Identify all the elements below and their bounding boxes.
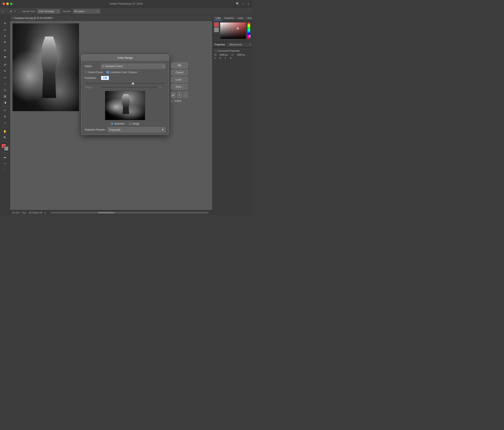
magic-wand-tool[interactable]: ⚒ <box>2 39 8 45</box>
ok-button[interactable]: OK <box>171 63 188 68</box>
type-tool[interactable]: T <box>2 114 8 120</box>
invert-checkbox[interactable] <box>171 100 174 102</box>
gradient-tool[interactable]: ▤ <box>2 93 8 99</box>
image-radio-item[interactable]: Image <box>129 122 139 125</box>
y-value: 0 <box>230 57 231 59</box>
close-button[interactable] <box>2 2 5 5</box>
lasso-tool[interactable]: ↻ <box>2 33 8 39</box>
move-tool[interactable]: ✛ <box>2 20 8 26</box>
marquee-tool[interactable]: ▭ <box>2 27 8 33</box>
color-gradient[interactable] <box>220 22 246 39</box>
eyedroppers-row: 🖌 + − <box>171 92 188 98</box>
selection-radio-item[interactable]: Selection <box>111 122 125 125</box>
selection-preview-dropdown[interactable]: Grayscale ▼ <box>108 127 165 132</box>
tab-bar: ✕ changing-color.jpg @ 33.3% (RGB/8) * <box>10 15 212 21</box>
save-button[interactable]: Save... <box>171 84 188 89</box>
radio-row: Selection Image <box>85 122 165 125</box>
minimize-button[interactable] <box>6 2 9 5</box>
title-bar-right: 🔍 □ ⇧ <box>236 2 250 5</box>
tool-separator-2 <box>2 61 8 61</box>
hand-tool[interactable]: ✋ <box>2 128 8 134</box>
color-picker-area <box>214 22 250 39</box>
localized-clusters-checkbox[interactable] <box>107 71 109 74</box>
y-label: Y: <box>225 57 229 59</box>
props-menu-icon[interactable]: ≡ <box>248 42 252 47</box>
more-tools[interactable]: … <box>4 167 6 170</box>
zoom-level: 33.33% <box>12 211 20 214</box>
share-icon[interactable]: ⇧ <box>247 2 250 5</box>
tool-separator-5 <box>2 141 8 142</box>
foreground-color-swatch[interactable] <box>214 22 219 27</box>
scroll-thumb[interactable] <box>98 212 115 213</box>
brush-tool[interactable]: ✎ <box>2 68 8 74</box>
selection-preview-value: Grayscale <box>109 128 120 131</box>
maximize-button[interactable] <box>10 2 13 5</box>
fuzziness-slider-thumb[interactable] <box>132 82 135 84</box>
cancel-button[interactable]: Cancel <box>171 70 188 75</box>
eyedropper-tool[interactable]: 🕳 <box>2 54 8 60</box>
sample-arrow: ▼ <box>97 10 99 12</box>
layout-icon[interactable]: □ <box>242 2 244 5</box>
healing-tool[interactable]: ☍ <box>2 62 8 68</box>
detect-faces-checkbox[interactable] <box>85 71 87 74</box>
current-tool-icon[interactable]: ✐ <box>10 10 12 13</box>
image-radio[interactable] <box>129 123 131 125</box>
screen-mode[interactable]: ▭ <box>2 160 8 166</box>
fuzziness-slider-track[interactable] <box>85 83 165 84</box>
tab-close-button[interactable]: ✕ <box>12 17 13 19</box>
zoom-tool[interactable]: 🔍 <box>2 135 8 140</box>
tab-swatches[interactable]: Swatches <box>223 16 236 20</box>
background-color[interactable] <box>4 146 9 151</box>
color-picker-area[interactable] <box>1 144 9 151</box>
background-color-swatch[interactable] <box>214 27 219 32</box>
history-brush-tool[interactable]: ⎌ <box>2 81 8 87</box>
select-dropdown[interactable]: ✏ Sampled Colors ▼ <box>101 64 165 69</box>
select-label: Select: <box>85 65 99 68</box>
tab-learn[interactable]: Learn <box>236 16 245 20</box>
selection-radio[interactable] <box>111 123 113 125</box>
sample-size-arrow: ▼ <box>57 10 59 12</box>
tab-color[interactable]: Color <box>214 16 223 20</box>
eyedropper-add-button[interactable]: + <box>177 92 181 98</box>
selection-preview-row: Selection Preview: Grayscale ▼ <box>85 127 165 132</box>
properties-adjustments-tabs: Properties Adjustments ≡ <box>213 42 252 47</box>
sample-size-dropdown[interactable]: 3 by 3 Average ▼ <box>37 9 60 14</box>
quick-mask-toggle[interactable]: ▬ <box>2 154 8 160</box>
horizontal-scrollbar[interactable] <box>50 212 208 213</box>
properties-section: ◯ Document Properties W: 4000 px H: 6000… <box>213 47 252 62</box>
fuzziness-slider-container <box>85 82 165 84</box>
sample-dropdown[interactable]: All Layers ▼ <box>73 9 100 14</box>
window-controls[interactable] <box>2 2 13 5</box>
selection-preview-arrow: ▼ <box>162 128 164 131</box>
eraser-tool[interactable]: ◻ <box>2 87 8 93</box>
crop-tool[interactable]: ⎘ <box>2 47 8 53</box>
range-track[interactable] <box>101 87 157 88</box>
hue-strip[interactable] <box>247 22 250 39</box>
clone-tool[interactable]: ▭ <box>2 74 8 80</box>
fuzziness-row: Fuzziness: 130 <box>85 76 165 80</box>
doc-size: 68.7M/68.7M <box>29 211 42 214</box>
tool-arrow[interactable]: ▼ <box>14 10 16 12</box>
tab-adjustments[interactable]: Adjustments <box>227 42 244 47</box>
sidebar-collapse[interactable]: ⋮ <box>2 16 8 20</box>
eyedropper-sample-button[interactable]: 🖌 <box>171 92 175 98</box>
search-icon[interactable]: 🔍 <box>236 2 239 5</box>
preview-smoke-2 <box>115 104 145 120</box>
selection-shape-tool[interactable]: □ <box>2 120 8 126</box>
home-button[interactable]: ⌂ <box>2 9 4 13</box>
doc-icon: ◯ <box>214 49 217 52</box>
canvas-container[interactable]: Color Range Select: ✏ Sampled Colors ▼ <box>10 21 212 210</box>
fuzziness-value[interactable]: 130 <box>101 76 109 80</box>
tool-separator-1 <box>2 46 8 46</box>
tab-libraries[interactable]: Libraries <box>245 16 252 20</box>
title-bar: Adobe Photoshop CC 2019 🔍 □ ⇧ <box>0 0 252 8</box>
pen-tool[interactable]: ✏ <box>2 108 8 114</box>
status-arrow[interactable]: ► <box>44 211 47 214</box>
x-value: 0 <box>220 57 221 59</box>
left-sidebar: ⋮ ✛ ▭ ↻ ⚒ ⎘ 🕳 ☍ ✎ ▭ ⎌ ◻ ▤ ◑ ✏ T □ ✋ 🔍 ▬ … <box>0 15 10 215</box>
tab-properties[interactable]: Properties <box>213 42 227 47</box>
load-button[interactable]: Load... <box>171 77 188 82</box>
eyedropper-remove-button[interactable]: − <box>183 92 188 98</box>
dodge-tool[interactable]: ◑ <box>2 99 8 105</box>
checkbox-row: Detect Faces Localized Color Clusters <box>85 71 165 74</box>
